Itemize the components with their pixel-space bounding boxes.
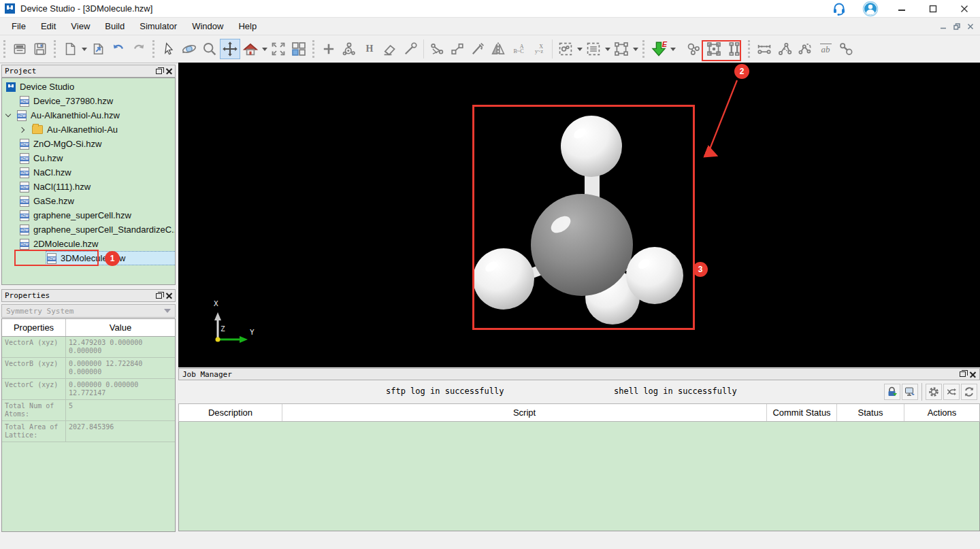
export-to-simulator-button[interactable]: E (649, 39, 669, 59)
eraser-button[interactable] (380, 39, 400, 59)
transform-xyz-button[interactable]: Xy~z (529, 39, 549, 59)
user-account-icon[interactable] (855, 1, 886, 17)
symmetry-system-select[interactable]: Symmetry System (1, 304, 176, 318)
build-supercell-button[interactable] (704, 39, 724, 59)
sftp-connect-button[interactable] (884, 384, 900, 400)
mirror-button[interactable] (488, 39, 508, 59)
toolbar-grip[interactable] (54, 40, 56, 58)
column-status[interactable]: Status (837, 404, 904, 421)
measure-angle-button[interactable] (774, 39, 795, 59)
float-panel-icon[interactable] (960, 371, 966, 377)
column-actions[interactable]: Actions (904, 404, 979, 421)
tree-item[interactable]: graphene_superCell.hzw (2, 208, 175, 222)
tree-item[interactable]: NaCl.hzw (2, 165, 175, 180)
select-atoms-dropdown[interactable] (576, 39, 583, 59)
home-view-dropdown[interactable] (261, 39, 268, 59)
select-atoms-button[interactable] (555, 39, 576, 59)
tree-item[interactable]: Cu.hzw (2, 151, 175, 165)
menu-file[interactable]: File (4, 19, 33, 33)
modify-button[interactable] (468, 39, 488, 59)
mdi-minimize-button[interactable] (938, 22, 949, 31)
draw-bond-button[interactable] (400, 39, 421, 59)
menu-build[interactable]: Build (97, 19, 132, 33)
toolbar-grip[interactable] (152, 40, 155, 58)
column-script[interactable]: Script (282, 404, 767, 421)
chevron-right-icon[interactable] (20, 127, 27, 133)
cluster-icon (685, 41, 702, 57)
add-fragment-button[interactable] (339, 39, 359, 59)
align-dropdown[interactable] (604, 39, 611, 59)
edit-cell-button[interactable] (611, 39, 632, 59)
rename-element-button[interactable]: AB~C (508, 39, 529, 59)
toolbar-grip[interactable] (312, 40, 315, 58)
add-atom-button[interactable] (318, 39, 339, 59)
undo-button[interactable] (108, 39, 129, 59)
hydrogen-atom[interactable] (561, 116, 622, 177)
close-button[interactable] (949, 1, 980, 17)
close-panel-icon[interactable] (166, 293, 172, 299)
open-button[interactable] (10, 39, 30, 59)
tree-item[interactable]: NaCl(111).hzw (2, 180, 175, 194)
tree-item[interactable]: 2DMolecule.hzw (2, 237, 175, 251)
float-panel-icon[interactable] (156, 69, 162, 74)
mdi-restore-button[interactable] (951, 22, 962, 31)
fit-view-button[interactable] (268, 39, 289, 59)
pan-tool-button[interactable] (220, 39, 240, 59)
save-button[interactable] (30, 39, 50, 59)
bond-length-button[interactable] (836, 39, 856, 59)
hydrogen-atom[interactable] (626, 247, 683, 304)
import-button[interactable] (88, 39, 108, 59)
build-lattice-button[interactable] (724, 39, 745, 59)
lattice-vector-ab-button[interactable]: ab (815, 39, 836, 59)
break-bond-button[interactable] (427, 39, 447, 59)
column-commit-status[interactable]: Commit Status (767, 404, 837, 421)
tree-item[interactable]: ZnO-MgO-Si.hzw (2, 137, 175, 151)
rotate-tool-button[interactable] (179, 39, 199, 59)
link-fragment-button[interactable] (447, 39, 468, 59)
tree-item[interactable]: GaSe.hzw (2, 194, 175, 208)
toolbar-grip[interactable] (3, 40, 6, 58)
edit-cell-dropdown[interactable] (632, 39, 639, 59)
menu-help[interactable]: Help (231, 19, 264, 33)
new-file-button[interactable] (60, 39, 80, 59)
menu-simulator[interactable]: Simulator (132, 19, 184, 33)
measure-distance-button[interactable] (754, 39, 774, 59)
settings-gear-button[interactable] (926, 384, 942, 400)
select-tool-button[interactable] (159, 39, 179, 59)
refresh-button[interactable] (961, 384, 977, 400)
tree-item[interactable]: graphene_superCell_StandardizeC... (2, 222, 175, 237)
align-button[interactable] (583, 39, 604, 59)
zoom-tool-button[interactable] (199, 39, 220, 59)
add-hydrogen-button[interactable]: H (359, 39, 380, 59)
chevron-down-icon[interactable] (5, 112, 12, 119)
float-panel-icon[interactable] (156, 293, 162, 299)
maximize-button[interactable] (917, 1, 949, 17)
minimize-button[interactable] (886, 1, 917, 17)
close-panel-icon[interactable] (970, 371, 976, 378)
redo-button[interactable] (129, 39, 149, 59)
menu-view[interactable]: View (63, 19, 97, 33)
shell-connect-button[interactable] (902, 384, 918, 400)
build-cluster-button[interactable] (683, 39, 704, 59)
export-to-simulator-dropdown[interactable] (669, 39, 676, 59)
support-headset-icon[interactable] (823, 1, 855, 17)
menu-edit[interactable]: Edit (33, 19, 63, 33)
tree-item[interactable]: Au-Alkanethiol-Au (2, 122, 175, 137)
menu-window[interactable]: Window (184, 19, 231, 33)
measure-dihedral-button[interactable] (795, 39, 815, 59)
hydrogen-atom[interactable] (473, 248, 534, 310)
close-panel-icon[interactable] (166, 68, 172, 74)
layout-windows-button[interactable] (289, 39, 309, 59)
tree-item[interactable]: Au-Alkanethiol-Au.hzw (2, 108, 175, 122)
toolbar-grip[interactable] (748, 40, 751, 58)
toolbar-grip[interactable] (642, 40, 645, 58)
3d-viewport[interactable]: X Y Z (178, 63, 980, 367)
tree-root[interactable]: Device Studio (2, 80, 175, 94)
transfer-shuffle-button[interactable] (943, 384, 960, 400)
new-file-dropdown[interactable] (80, 39, 88, 59)
column-description[interactable]: Description (179, 404, 282, 421)
tree-item[interactable]: Device_737980.hzw (2, 94, 175, 108)
mdi-close-button[interactable] (965, 22, 976, 31)
carbon-atom[interactable] (531, 194, 633, 296)
home-view-button[interactable] (240, 39, 261, 59)
